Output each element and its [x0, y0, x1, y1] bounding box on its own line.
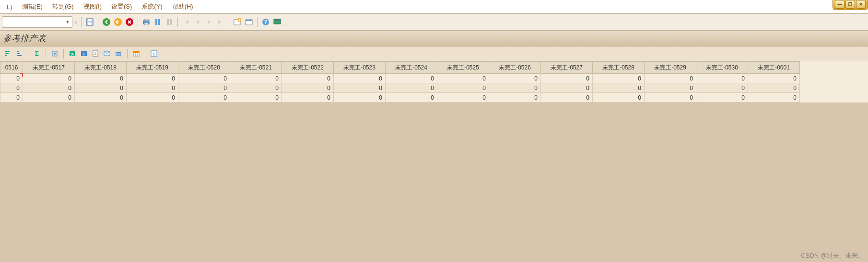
- column-header[interactable]: 未完工-0520: [178, 62, 230, 74]
- cell[interactable]: 0: [0, 83, 23, 93]
- menu-item-settings[interactable]: 设置(S): [106, 0, 137, 13]
- column-header[interactable]: 未完工-0530: [696, 62, 748, 74]
- cell[interactable]: 0: [489, 93, 541, 103]
- table-row[interactable]: 0000000000000000: [0, 93, 800, 103]
- cell[interactable]: 0: [282, 83, 334, 93]
- cell[interactable]: 0: [696, 93, 748, 103]
- exit-icon[interactable]: [113, 17, 123, 27]
- column-header[interactable]: 未完工-0517: [23, 62, 75, 74]
- save-icon[interactable]: [84, 17, 95, 27]
- cell[interactable]: 0: [645, 74, 696, 83]
- cell[interactable]: 0: [437, 93, 489, 103]
- menu-item-view[interactable]: 视图(I): [79, 0, 106, 13]
- cell[interactable]: 0: [0, 93, 23, 103]
- maximize-button[interactable]: ❐: [845, 0, 855, 9]
- menu-item-help[interactable]: 帮助(H): [167, 0, 198, 13]
- prev-page-icon[interactable]: [192, 17, 203, 27]
- cell[interactable]: 0: [748, 83, 800, 93]
- cell[interactable]: 0: [593, 93, 645, 103]
- cell[interactable]: 0: [386, 74, 437, 83]
- customize-icon[interactable]: [272, 17, 282, 27]
- cell[interactable]: 0: [593, 83, 645, 93]
- cell[interactable]: 0: [178, 74, 230, 83]
- layout-icon[interactable]: [131, 49, 141, 58]
- column-header[interactable]: 未完工-0524: [386, 62, 437, 74]
- cell[interactable]: 0: [489, 83, 541, 93]
- cell[interactable]: 0: [437, 83, 489, 93]
- column-header[interactable]: 未完工-0522: [282, 62, 334, 74]
- help-icon[interactable]: ?: [260, 17, 271, 27]
- find-next-icon[interactable]: [164, 17, 175, 27]
- cancel-icon[interactable]: [124, 17, 135, 27]
- column-header[interactable]: 未完工-0526: [489, 62, 541, 74]
- create-shortcut-icon[interactable]: [244, 17, 254, 27]
- cell[interactable]: 0: [127, 74, 178, 83]
- minimize-button[interactable]: —: [835, 0, 845, 9]
- cell[interactable]: 0: [489, 74, 541, 83]
- local-file-icon[interactable]: [91, 49, 100, 58]
- info-icon[interactable]: i: [149, 49, 159, 58]
- close-button[interactable]: ✕: [856, 0, 866, 9]
- cell[interactable]: 0: [541, 83, 593, 93]
- cell[interactable]: 0: [386, 83, 437, 93]
- cell[interactable]: 0: [23, 74, 75, 83]
- cell[interactable]: 0: [178, 93, 230, 103]
- column-header[interactable]: 未完工-0529: [645, 62, 696, 74]
- next-page-icon[interactable]: [204, 17, 214, 27]
- word-icon[interactable]: T: [79, 49, 89, 58]
- cell[interactable]: 0: [334, 83, 386, 93]
- cell[interactable]: 0: [178, 83, 230, 93]
- column-header[interactable]: 未完工-0519: [127, 62, 178, 74]
- column-header[interactable]: 未完工-0521: [230, 62, 282, 74]
- find-icon[interactable]: [152, 17, 163, 27]
- cell[interactable]: 0: [541, 74, 593, 83]
- column-header[interactable]: 未完工-0525: [437, 62, 489, 74]
- menu-item-l[interactable]: L): [2, 1, 17, 12]
- cell[interactable]: 0: [386, 93, 437, 103]
- cell[interactable]: 0: [437, 74, 489, 83]
- cell[interactable]: 0: [645, 93, 696, 103]
- cell[interactable]: 0: [75, 93, 127, 103]
- column-header[interactable]: 未完工-0527: [541, 62, 593, 74]
- collapse-chevron-icon[interactable]: «: [73, 19, 78, 25]
- cell[interactable]: 0: [75, 83, 127, 93]
- cell[interactable]: 0: [748, 93, 800, 103]
- table-row[interactable]: 0000000000000000: [0, 83, 800, 93]
- cell[interactable]: 0: [23, 83, 75, 93]
- column-header[interactable]: 未完工-0528: [593, 62, 645, 74]
- last-page-icon[interactable]: [215, 17, 226, 27]
- sort-asc-icon[interactable]: [3, 49, 12, 58]
- sort-desc-icon[interactable]: [14, 49, 24, 58]
- menu-item-edit[interactable]: 编辑(E): [17, 0, 47, 13]
- abc-icon[interactable]: ABC: [114, 49, 123, 58]
- menu-item-goto[interactable]: 转到(G): [47, 0, 79, 13]
- first-page-icon[interactable]: [181, 17, 191, 27]
- print-icon[interactable]: [141, 17, 152, 27]
- cell[interactable]: 0: [541, 93, 593, 103]
- cell[interactable]: 0: [230, 74, 282, 83]
- column-header[interactable]: 未完工-0518: [75, 62, 127, 74]
- cell[interactable]: 0: [75, 74, 127, 83]
- data-grid[interactable]: 0516未完工-0517未完工-0518未完工-0519未完工-0520未完工-…: [0, 61, 868, 103]
- cell[interactable]: 0: [645, 83, 696, 93]
- column-header[interactable]: 未完工-0523: [334, 62, 386, 74]
- dropdown-arrow-icon[interactable]: ▼: [63, 17, 72, 27]
- new-session-icon[interactable]: [232, 17, 243, 27]
- cell[interactable]: 0: [282, 93, 334, 103]
- cell[interactable]: 0: [593, 74, 645, 83]
- excel-icon[interactable]: X: [68, 49, 77, 58]
- column-header[interactable]: 0516: [0, 62, 23, 74]
- cell[interactable]: 0: [230, 83, 282, 93]
- menu-item-system[interactable]: 系统(Y): [137, 0, 167, 13]
- command-field[interactable]: ▼: [2, 16, 72, 28]
- column-header[interactable]: 未完工-0601: [748, 62, 800, 74]
- cell[interactable]: 0: [127, 93, 178, 103]
- cell[interactable]: 0: [748, 74, 800, 83]
- cell[interactable]: 0: [127, 83, 178, 93]
- cell[interactable]: 0: [282, 74, 334, 83]
- cell[interactable]: 0: [230, 93, 282, 103]
- export-icon[interactable]: [50, 49, 59, 58]
- cell[interactable]: 0: [0, 74, 23, 83]
- mail-icon[interactable]: [102, 49, 112, 58]
- cell[interactable]: 0: [334, 74, 386, 83]
